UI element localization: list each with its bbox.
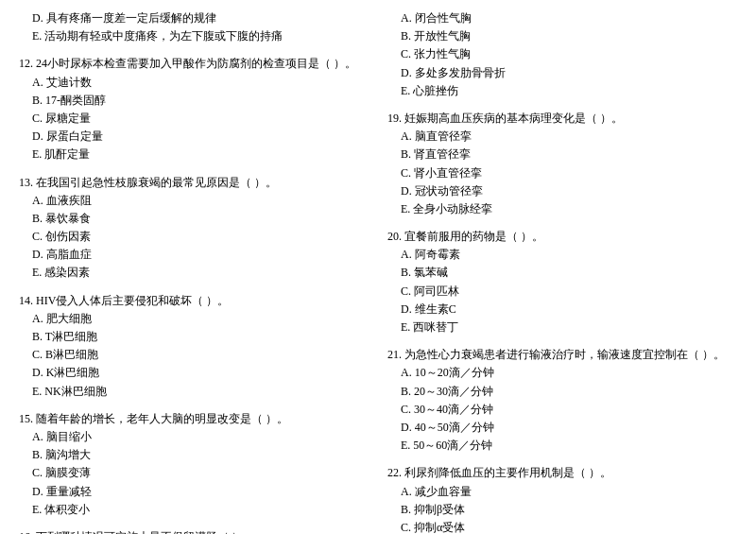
content-columns: D. 具有疼痛一度差一定后缓解的规律E. 活动期有轻或中度痛疼，为左下腹或下腹的… [19,9,737,534]
question-title: 12. 24小时尿标本检查需要加入甲酸作为防腐剂的检查项目是（ ）。 [19,55,369,73]
option-line: E. 心脏挫伤 [387,82,737,100]
option: C. 30～40滴／分钟 [387,401,737,419]
option: C. 脑膜变薄 [19,464,369,482]
question-block: A. 闭合性气胸B. 开放性气胸C. 张力性气胸D. 多处多发肋骨骨折E. 心脏… [387,9,737,100]
option-line: C. 张力性气胸 [387,45,737,63]
option: C. 创伤因素 [19,228,369,246]
option-line: E. 活动期有轻或中度痛疼，为左下腹或下腹的持痛 [19,27,369,45]
option: E. 感染因素 [19,264,369,282]
option: E. 50～60滴／分钟 [387,437,737,455]
option: C. 尿糖定量 [19,110,369,128]
option: A. 10～20滴／分钟 [387,364,737,382]
option: B. 脑沟增大 [19,446,369,464]
option: A. 阿奇霉素 [387,246,737,264]
question-title: 19. 妊娠期高血压疾病的基本病理变化是（ ）。 [387,110,737,128]
question-block: 15. 随着年龄的增长，老年人大脑的明显改变是（ ）。A. 脑目缩小B. 脑沟增… [19,410,369,519]
option: B. 20～30滴／分钟 [387,383,737,401]
question-block: 13. 在我国引起急性枝腺衰竭的最常见原因是（ ）。A. 血液疾阻B. 暴饮暴食… [19,174,369,283]
option: B. 暴饮暴食 [19,210,369,228]
option-line: B. 开放性气胸 [387,27,737,45]
option: B. 肾直管径挛 [387,146,737,164]
question-block: 14. HIV侵入人体后主要侵犯和破坏（ ）。A. 肥大细胞B. T淋巴细胞C.… [19,292,369,401]
question-block: 22. 利尿剂降低血压的主要作用机制是（ ）。A. 减少血容量B. 抑制β受体C… [387,464,737,534]
option: D. 重量减轻 [19,483,369,501]
option: C. 阿司匹林 [387,283,737,301]
option: A. 脑目缩小 [19,428,369,446]
question-block: 19. 妊娠期高血压疾病的基本病理变化是（ ）。A. 脑直管径挛B. 肾直管径挛… [387,110,737,218]
option: E. 全身小动脉经挛 [387,200,737,218]
option: E. NK淋巴细胞 [19,383,369,401]
question-block: 20. 宜餐前服用的药物是（ ）。A. 阿奇霉素B. 氯苯碱C. 阿司匹林D. … [387,228,737,336]
option-line: D. 多处多发肋骨骨折 [387,64,737,82]
question-block: 21. 为急性心力衰竭患者进行输液治疗时，输液速度宜控制在（ ）。A. 10～2… [387,346,737,455]
question-title: 14. HIV侵入人体后主要侵犯和破坏（ ）。 [19,292,369,310]
option: D. 40～50滴／分钟 [387,419,737,437]
option: A. 血液疾阻 [19,192,369,210]
question-title: 15. 随着年龄的增长，老年人大脑的明显改变是（ ）。 [19,410,369,428]
option: B. 17-酮类固醇 [19,92,369,110]
option: C. B淋巴细胞 [19,346,369,364]
option: B. 抑制β受体 [387,501,737,519]
option: D. 冠状动管径挛 [387,182,737,200]
option: A. 肥大细胞 [19,310,369,328]
option: D. K淋巴细胞 [19,364,369,382]
option: C. 肾小直管径挛 [387,164,737,182]
question-title: 22. 利尿剂降低血压的主要作用机制是（ ）。 [387,464,737,482]
option: B. T淋巴细胞 [19,328,369,346]
option-line: D. 具有疼痛一度差一定后缓解的规律 [19,9,369,27]
option: D. 高脂血症 [19,246,369,264]
question-title: 20. 宜餐前服用的药物是（ ）。 [387,228,737,246]
option: E. 体积变小 [19,501,369,519]
option-line: A. 闭合性气胸 [387,9,737,27]
option: A. 艾迪计数 [19,74,369,92]
question-block: 16. 下列哪种情况可实施大量不保留灌肠（ ）。A. 高热病人降温B. 心机梗死… [19,528,369,534]
question-block: 12. 24小时尿标本检查需要加入甲酸作为防腐剂的检查项目是（ ）。A. 艾迪计… [19,55,369,164]
option: E. 肌酐定量 [19,146,369,164]
option: D. 尿蛋白定量 [19,128,369,146]
right-column: A. 闭合性气胸B. 开放性气胸C. 张力性气胸D. 多处多发肋骨骨折E. 心脏… [387,9,737,534]
option: E. 西咪替丁 [387,319,737,336]
option: C. 抑制α受体 [387,519,737,534]
page-container: D. 具有疼痛一度差一定后缓解的规律E. 活动期有轻或中度痛疼，为左下腹或下腹的… [19,9,737,534]
question-title: 16. 下列哪种情况可实施大量不保留灌肠（ ）。 [19,528,369,534]
option: A. 脑直管径挛 [387,128,737,146]
question-block: D. 具有疼痛一度差一定后缓解的规律E. 活动期有轻或中度痛疼，为左下腹或下腹的… [19,9,369,45]
option: A. 减少血容量 [387,483,737,501]
option: D. 维生素C [387,301,737,319]
question-title: 13. 在我国引起急性枝腺衰竭的最常见原因是（ ）。 [19,174,369,192]
left-column: D. 具有疼痛一度差一定后缓解的规律E. 活动期有轻或中度痛疼，为左下腹或下腹的… [19,9,369,534]
question-title: 21. 为急性心力衰竭患者进行输液治疗时，输液速度宜控制在（ ）。 [387,346,737,364]
option: B. 氯苯碱 [387,264,737,282]
